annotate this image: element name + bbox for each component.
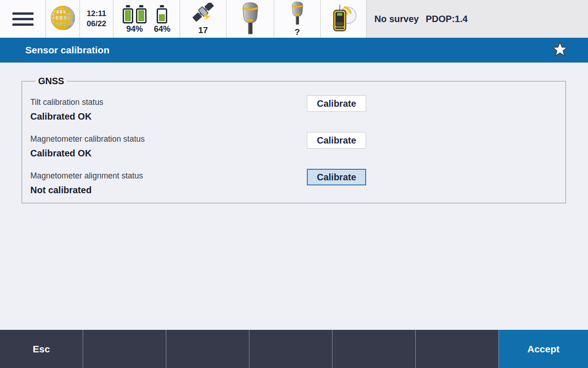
gnss-receiver-icon (241, 1, 260, 36)
softkey-empty-5 (416, 330, 499, 368)
tilt-calibration-value: Calibrated OK (30, 111, 565, 122)
date-text: 06/22 (87, 19, 107, 29)
hamburger-menu-icon (12, 12, 34, 26)
battery-icon (123, 8, 133, 23)
tilt-calibration-row: Tilt calibration status Calibrated OK Ca… (30, 92, 565, 129)
magnetometer-calibration-value: Calibrated OK (30, 148, 565, 159)
gnss-receiver-unknown-icon (291, 1, 304, 27)
softkey-empty-1 (83, 330, 166, 368)
softkey-empty-3 (249, 330, 333, 368)
satellite-count: 17 (198, 25, 208, 35)
tilt-calibrate-button[interactable]: Calibrate (307, 95, 366, 112)
magnetometer-alignment-row: Magnetometer alignment status Not calibr… (30, 166, 565, 202)
battery-percent: 64% (154, 24, 170, 34)
menu-button[interactable] (0, 0, 46, 38)
softkey-empty-4 (333, 330, 416, 368)
globe-icon (50, 5, 76, 33)
receiver-secondary-button[interactable]: ? (274, 0, 321, 38)
battery-status: 94% 64% (113, 0, 180, 38)
softkey-empty-2 (166, 330, 249, 368)
gnss-group: GNSS Tilt calibration status Calibrated … (22, 76, 566, 203)
receiver-button[interactable] (226, 0, 274, 38)
softkey-esc[interactable]: Esc (0, 330, 83, 368)
clock-display: 12:11 06/22 (80, 0, 113, 38)
controller-radio-button[interactable] (321, 0, 367, 38)
favorite-star-button[interactable] (551, 40, 569, 60)
magnetometer-calibration-row: Magnetometer calibration status Calibrat… (30, 129, 565, 166)
satellite-icon (191, 3, 215, 25)
battery-icon (136, 8, 147, 23)
battery-icon (157, 8, 167, 23)
app-screen: 12:11 06/22 94% 64% (0, 0, 588, 368)
internet-globe-button[interactable] (46, 0, 80, 38)
pdop-value: PDOP:1.4 (426, 14, 468, 24)
battery-group-receiver: 94% (123, 4, 147, 34)
battery-percent: 94% (126, 24, 143, 34)
softkey-accept[interactable]: Accept (499, 330, 588, 368)
tilt-calibration-label: Tilt calibration status (30, 98, 565, 107)
page-title: Sensor calibration (25, 45, 551, 56)
survey-status-text: No survey (374, 14, 419, 24)
title-bar: Sensor calibration (0, 38, 588, 63)
magnetometer-calibrate-button[interactable]: Calibrate (307, 132, 366, 149)
satellites-button[interactable]: 17 (180, 0, 226, 38)
magnetometer-alignment-value: Not calibrated (30, 185, 565, 196)
receiver-unknown-label: ? (294, 27, 300, 37)
magnetometer-align-calibrate-button[interactable]: Calibrate (307, 169, 366, 185)
softkey-bar: Esc Accept (0, 330, 588, 368)
gnss-group-legend: GNSS (35, 76, 67, 86)
survey-status: No survey PDOP:1.4 (367, 0, 588, 38)
battery-group-controller: 64% (154, 4, 170, 34)
magnetometer-calibration-label: Magnetometer calibration status (30, 134, 565, 144)
controller-radio-icon (331, 3, 356, 34)
time-text: 12:11 (87, 9, 107, 19)
status-bar: 12:11 06/22 94% 64% (0, 0, 588, 38)
magnetometer-alignment-label: Magnetometer alignment status (30, 171, 565, 181)
main-content: GNSS Tilt calibration status Calibrated … (0, 63, 588, 330)
